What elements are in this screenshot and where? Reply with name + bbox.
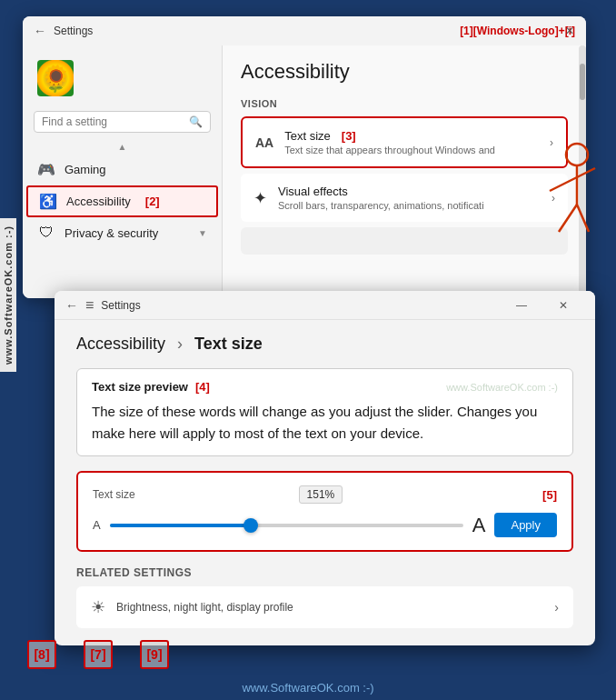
visualfx-title: Visual effects (278, 185, 551, 198)
slider-thumb[interactable] (243, 518, 258, 533)
window-controls: ✕ (561, 22, 579, 40)
settings-window-2: ← ≡ Settings — ✕ Accessibility › Text si… (55, 291, 595, 645)
annotation-3: [3] (342, 129, 356, 143)
badge-7: [7] (84, 640, 113, 669)
settings-item-visualfx[interactable]: ✦ Visual effects Scroll bars, transparen… (241, 174, 568, 222)
sidebar-item-label-accessibility: Accessibility (66, 195, 131, 208)
titlebar-1: ← Settings [1][Windows-Logo]+[i] ✕ (23, 16, 586, 45)
window2-controls: — ✕ (501, 291, 584, 320)
sidebar-item-label-gaming: Gaming (65, 163, 106, 176)
close-button[interactable]: ✕ (561, 22, 579, 40)
sidebar-item-label-privacy: Privacy & security (65, 226, 158, 240)
textsize-icon: AA (255, 135, 273, 150)
preview-body-text: The size of these words will change as y… (92, 401, 558, 445)
shield-icon: 🛡 (37, 225, 55, 241)
page-title-1: Accessibility (241, 60, 568, 84)
textsize-value: 151% (299, 485, 343, 504)
slider-container[interactable] (110, 516, 463, 535)
close-button-2[interactable]: ✕ (542, 291, 584, 320)
sidebar-item-gaming[interactable]: 🎮 Gaming (23, 154, 222, 185)
related-chevron-icon: › (554, 600, 559, 615)
titlebar-2: ← ≡ Settings — ✕ (55, 291, 595, 320)
titlebar2-app-name: Settings (101, 299, 140, 312)
annotation-4: [4] (195, 380, 210, 394)
visualfx-desc: Scroll bars, transparency, animations, n… (278, 200, 551, 211)
slider-fill (110, 524, 252, 527)
sidebar-item-privacy[interactable]: 🛡 Privacy & security ▼ (23, 217, 222, 248)
window2-body: Accessibility › Text size Text size prev… (55, 320, 595, 645)
window1-body: 🌻 🔍 ▲ 🎮 Gaming ♿ Accessibility [2] (23, 45, 586, 298)
annotation-2: [2] (145, 195, 160, 208)
related-settings-title: Related settings (76, 566, 573, 579)
search-icon: 🔍 (189, 115, 203, 128)
visualfx-icon: ✦ (253, 188, 267, 208)
slider-track (110, 524, 463, 527)
settings-item-more[interactable] (241, 227, 568, 255)
badge-8: [8] (27, 640, 56, 669)
side-label: www.SoftwareOK.com :-) (0, 218, 16, 372)
minimize-button-2[interactable]: — (501, 291, 542, 320)
textsize-text: Text size [3] Text size that appears thr… (284, 129, 550, 155)
search-input[interactable] (42, 115, 189, 128)
badge-9: [9] (140, 640, 169, 669)
large-a-label: A (472, 514, 486, 537)
textsize-title: Text size (284, 129, 331, 143)
sidebar-header: 🌻 (23, 53, 222, 107)
shortcut-annotation: [1][Windows-Logo]+[i] (460, 25, 575, 37)
textsize-label-row: Text size 151% [5] (93, 485, 557, 504)
textsize-label: Text size (93, 488, 135, 501)
main-content-1: Accessibility Vision AA Text size [3] Te… (223, 45, 586, 298)
annotation-5: [5] (542, 488, 557, 502)
accessibility-icon: ♿ (39, 193, 57, 210)
chevron-right-icon-2: › (551, 192, 555, 205)
sidebar: 🌻 🔍 ▲ 🎮 Gaming ♿ Accessibility [2] (23, 45, 223, 298)
brightness-icon: ☀ (91, 597, 105, 617)
textsize-desc: Text size that appears throughout Window… (284, 145, 550, 155)
visualfx-text: Visual effects Scroll bars, transparency… (278, 185, 551, 211)
related-settings-item[interactable]: ☀ Brightness, night light, display profi… (76, 586, 573, 628)
menu-icon[interactable]: ≡ (85, 297, 94, 314)
bottom-number-badges: [8] [7] [9] (27, 640, 169, 669)
preview-box-header: Text size preview [4] www.SoftwareOK.com… (92, 380, 558, 394)
watermark-preview: www.SoftwareOK.com :-) (446, 382, 558, 393)
bottom-watermark-bar: www.SoftwareOK.com :-) (0, 675, 616, 700)
section-vision-label: Vision (241, 98, 568, 109)
related-settings-desc: Brightness, night light, display profile (116, 601, 293, 614)
gaming-icon: 🎮 (37, 161, 55, 178)
textsize-control-box: Text size 151% [5] A A Apply (76, 471, 573, 552)
scrollbar-1[interactable] (579, 45, 586, 298)
settings-item-textsize[interactable]: AA Text size [3] Text size that appears … (241, 116, 568, 168)
breadcrumb-current: Text size (194, 335, 263, 353)
chevron-right-icon: › (550, 136, 553, 149)
scroll-up[interactable]: ▲ (23, 140, 222, 154)
preview-box: Text size preview [4] www.SoftwareOK.com… (76, 368, 573, 456)
preview-title: Text size preview (92, 380, 188, 394)
bottom-watermark-text: www.SoftwareOK.com :-) (242, 681, 373, 695)
dropdown-chevron: ▼ (198, 228, 207, 238)
breadcrumb: Accessibility › Text size (76, 335, 573, 354)
apply-button[interactable]: Apply (494, 513, 557, 537)
search-box[interactable]: 🔍 (34, 111, 211, 133)
settings-window-1: ← Settings [1][Windows-Logo]+[i] ✕ 🌻 🔍 ▲ (23, 16, 586, 298)
scrollbar-thumb-1[interactable] (580, 64, 585, 100)
sidebar-item-accessibility[interactable]: ♿ Accessibility [2] (26, 185, 218, 217)
back-button[interactable]: ← (34, 24, 46, 38)
avatar: 🌻 (37, 60, 74, 96)
titlebar-app-name: Settings (54, 25, 460, 37)
breadcrumb-separator: › (177, 335, 183, 353)
breadcrumb-parent[interactable]: Accessibility (76, 335, 165, 353)
textsize-slider-row: A A Apply (93, 513, 557, 537)
small-a-label: A (93, 518, 101, 532)
back-button-2[interactable]: ← (65, 298, 78, 313)
